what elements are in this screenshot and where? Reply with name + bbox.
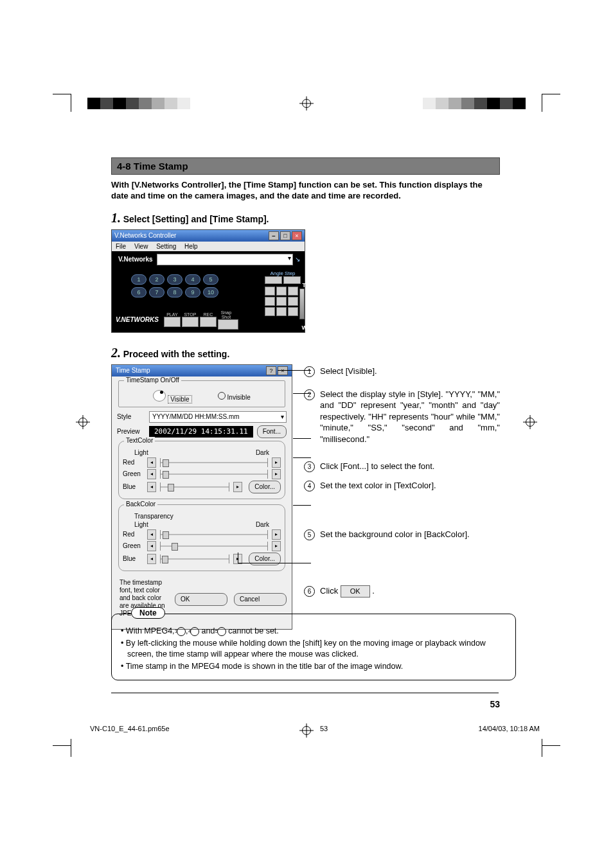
bc-blue-label: Blue [123, 555, 143, 562]
ok-button[interactable]: OK [175, 593, 227, 606]
leader-3 [293, 438, 311, 439]
annot-5-text: Set the background color in [BackColor]. [320, 529, 500, 540]
bc-green-slider[interactable] [160, 542, 268, 551]
snapshot-label: Snap Shot [218, 310, 235, 319]
tc-green-left[interactable]: ◂ [147, 469, 156, 479]
bc-red-right[interactable]: ▸ [272, 529, 281, 540]
tc-color-button[interactable]: Color... [249, 481, 281, 493]
vnetworks-label: V.Networks [114, 256, 157, 263]
printer-marks-top [0, 98, 613, 113]
tc-red-label: Red [123, 459, 143, 466]
rec-button[interactable] [200, 317, 217, 327]
pan-center[interactable] [276, 297, 287, 306]
tc-red-left[interactable]: ◂ [147, 457, 156, 468]
page-number: 53 [490, 699, 500, 709]
vnetworks-logo: V.NETWORKS [116, 316, 159, 323]
leader-1 [278, 370, 311, 371]
play-label: PLAY [164, 312, 181, 317]
leader-2 [293, 393, 311, 394]
radio-invisible[interactable]: Invisible [218, 392, 251, 401]
rec-label: REC [200, 312, 217, 317]
dialog-help-icon[interactable]: ? [266, 366, 276, 375]
annot-4-text: Set the text color in [TextColor]. [320, 480, 500, 492]
tc-red-slider[interactable] [160, 458, 268, 467]
preset-2[interactable]: 2 [149, 274, 164, 285]
tc-green-right[interactable]: ▸ [272, 469, 281, 479]
pan-sw[interactable] [265, 307, 275, 316]
snapshot-button[interactable] [218, 319, 238, 330]
bc-red-slider[interactable] [160, 530, 268, 539]
bc-red-label: Red [123, 531, 143, 538]
preset-5[interactable]: 5 [203, 274, 218, 285]
tc-blue-right[interactable]: ▸ [233, 482, 242, 492]
annot-5-num: 5 [304, 529, 315, 540]
step-1-text: Select [Setting] and [Time Stamp]. [123, 214, 269, 224]
preset-10[interactable]: 10 [203, 287, 218, 297]
bc-red-left[interactable]: ◂ [147, 529, 156, 540]
leader-6v [238, 553, 238, 563]
bc-blue-left[interactable]: ◂ [147, 554, 156, 564]
menu-file[interactable]: File [116, 243, 126, 250]
leader-4 [293, 457, 311, 458]
pan-se[interactable] [288, 307, 298, 316]
tc-blue-label: Blue [123, 483, 143, 490]
stop-button[interactable] [182, 317, 199, 327]
annot-1-num: 1 [304, 366, 315, 377]
preset-7[interactable]: 7 [149, 287, 164, 297]
footer-page: 53 [320, 725, 328, 732]
cancel-button[interactable]: Cancel [234, 593, 287, 606]
note-label: Note [131, 607, 165, 619]
pan-nw[interactable] [265, 287, 275, 296]
step-1-number: 1. [111, 211, 121, 225]
tc-blue-slider[interactable] [160, 483, 229, 492]
bc-green-label: Green [123, 542, 143, 549]
preset-1[interactable]: 1 [131, 274, 147, 285]
pan-w[interactable] [265, 297, 275, 306]
pan-s[interactable] [276, 307, 287, 316]
close-icon[interactable]: × [292, 231, 302, 240]
style-select[interactable]: YYYY/MM/DD HH:MM:SS.mm [149, 411, 287, 423]
note-item-2: • By left-clicking the mouse while holdi… [121, 638, 506, 660]
bc-green-right[interactable]: ▸ [272, 541, 281, 551]
preset-9[interactable]: 9 [185, 287, 200, 297]
page-rule [111, 693, 499, 693]
preset-6[interactable]: 6 [131, 287, 147, 297]
preview-value: 2002/11/29 14:15:31.11 [149, 426, 253, 438]
note-item-1: • With MPEG4, 3, 4 and 5 cannot be set. [121, 626, 506, 637]
angle-left[interactable] [265, 276, 282, 284]
bc-green-left[interactable]: ◂ [147, 541, 156, 551]
preset-8[interactable]: 8 [167, 287, 182, 297]
menu-view[interactable]: View [134, 243, 148, 250]
menu-bar[interactable]: File View Setting Help [112, 242, 305, 251]
annot-2-text: Select the display style in [Style]. "YY… [320, 389, 500, 445]
pan-n[interactable] [276, 287, 287, 296]
menu-help[interactable]: Help [184, 243, 198, 250]
pan-e[interactable] [288, 297, 298, 306]
minimize-icon[interactable]: ‒ [269, 231, 279, 240]
step-2-text: Proceed with the setting. [123, 349, 230, 359]
annot-6-text: Click OK . [320, 585, 500, 598]
step-2-number: 2. [111, 346, 121, 360]
note-box: Note • With MPEG4, 3, 4 and 5 cannot be … [111, 614, 516, 680]
preset-3[interactable]: 3 [167, 274, 182, 285]
font-button[interactable]: Font... [257, 425, 287, 438]
tc-red-right[interactable]: ▸ [272, 457, 281, 468]
light-label: Light [134, 449, 148, 456]
dark-label: Dark [256, 449, 269, 456]
camera-select[interactable] [157, 254, 293, 265]
radio-visible[interactable]: Visible [153, 390, 191, 403]
textcolor-label: TextColor [124, 437, 155, 444]
bc-dark-label: Dark [256, 521, 269, 528]
angle-right[interactable] [283, 276, 301, 284]
controller-window: V.Networks Controller ‒ □ × File View Se… [111, 229, 305, 333]
zoom-slider[interactable] [299, 288, 305, 319]
preset-4[interactable]: 4 [185, 274, 200, 285]
bc-blue-slider[interactable] [160, 554, 229, 563]
tc-blue-left[interactable]: ◂ [147, 482, 156, 492]
menu-setting[interactable]: Setting [156, 243, 176, 250]
style-label: Style [117, 413, 145, 420]
play-button[interactable] [164, 317, 181, 327]
maximize-icon[interactable]: □ [280, 231, 290, 240]
tc-green-slider[interactable] [160, 470, 268, 479]
pan-ne[interactable] [288, 287, 298, 296]
